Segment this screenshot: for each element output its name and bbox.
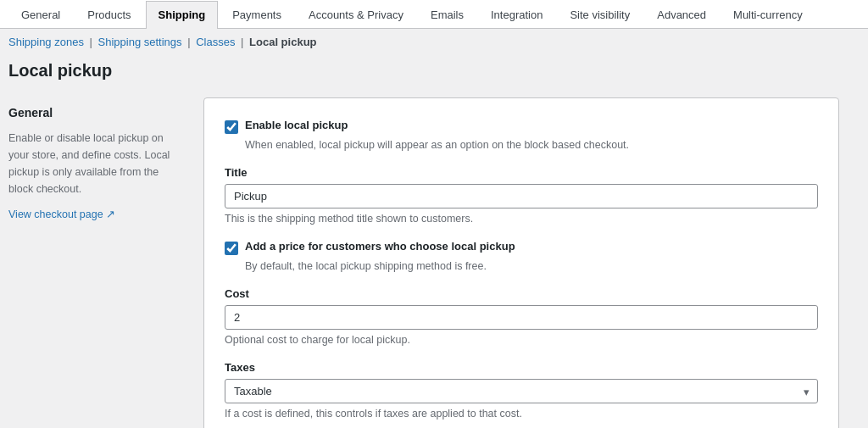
tab-general[interactable]: General [8, 1, 73, 29]
taxes-select-wrapper: Taxable Not taxable ▾ [225, 379, 818, 403]
enable-checkbox-row: Enable local pickup [225, 119, 818, 134]
breadcrumb-shipping-settings[interactable]: Shipping settings [98, 36, 182, 48]
right-panel: Enable local pickup When enabled, local … [203, 97, 839, 428]
tabs-bar: General Products Shipping Payments Accou… [0, 0, 868, 29]
add-price-checkbox[interactable] [225, 242, 238, 255]
cost-field-group: Cost Optional cost to charge for local p… [225, 287, 818, 346]
content-area: General Enable or disable local pickup o… [0, 97, 848, 428]
breadcrumb-separator-3: | [241, 36, 247, 48]
enable-local-pickup-checkbox[interactable] [225, 120, 238, 134]
breadcrumb: Shipping zones | Shipping settings | Cla… [0, 29, 868, 53]
title-input[interactable] [225, 184, 818, 208]
tab-site-visibility[interactable]: Site visibility [557, 1, 643, 29]
section-title: General [8, 106, 178, 120]
breadcrumb-current: Local pickup [249, 36, 316, 48]
page-title: Local pickup [0, 53, 868, 97]
taxes-label: Taxes [225, 361, 818, 374]
tab-accounts-privacy[interactable]: Accounts & Privacy [296, 1, 416, 29]
enable-local-pickup-label[interactable]: Enable local pickup [245, 119, 348, 131]
tab-advanced[interactable]: Advanced [644, 1, 719, 29]
price-helper-text: By default, the local pickup shipping me… [245, 260, 818, 272]
tab-products[interactable]: Products [75, 1, 143, 29]
tab-shipping[interactable]: Shipping [146, 1, 219, 29]
tab-emails[interactable]: Emails [418, 1, 476, 29]
tab-integration[interactable]: Integration [478, 1, 555, 29]
taxes-hint: If a cost is defined, this controls if t… [225, 408, 818, 420]
title-field-group: Title This is the shipping method title … [225, 166, 818, 225]
title-label: Title [225, 166, 818, 179]
cost-input[interactable] [225, 305, 818, 330]
add-price-label[interactable]: Add a price for customers who choose loc… [245, 240, 515, 253]
breadcrumb-separator-1: | [90, 36, 96, 48]
breadcrumb-separator-2: | [187, 36, 193, 48]
section-description: Enable or disable local pickup on your s… [8, 130, 178, 197]
enable-helper-text: When enabled, local pickup will appear a… [245, 139, 818, 151]
tab-payments[interactable]: Payments [220, 1, 294, 29]
view-checkout-link[interactable]: View checkout page ↗ [8, 208, 115, 220]
left-panel: General Enable or disable local pickup o… [8, 97, 178, 428]
taxes-select[interactable]: Taxable Not taxable [225, 379, 818, 403]
title-hint: This is the shipping method title shown … [225, 213, 818, 225]
cost-hint: Optional cost to charge for local pickup… [225, 334, 818, 346]
tab-multi-currency[interactable]: Multi-currency [721, 1, 815, 29]
breadcrumb-classes[interactable]: Classes [196, 36, 235, 48]
price-checkbox-row: Add a price for customers who choose loc… [225, 240, 818, 255]
cost-label: Cost [225, 287, 818, 300]
breadcrumb-shipping-zones[interactable]: Shipping zones [8, 36, 84, 48]
taxes-field-group: Taxes Taxable Not taxable ▾ If a cost is… [225, 361, 818, 420]
